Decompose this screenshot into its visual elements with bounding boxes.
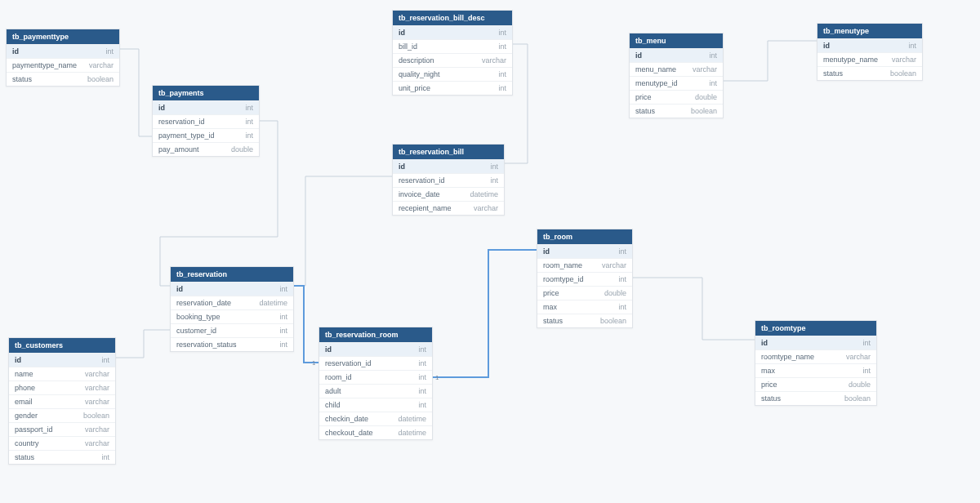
table-header[interactable]: tb_menu	[630, 33, 723, 48]
column-name: menutype_id	[635, 79, 678, 87]
column-name: paymenttype_name	[12, 61, 77, 69]
table-column[interactable]: idint	[817, 38, 922, 52]
table-menutype[interactable]: tb_menutypeidintmenutype_namevarcharstat…	[817, 23, 923, 81]
column-type: int	[862, 339, 871, 347]
table-column[interactable]: reservation_idint	[319, 356, 432, 370]
table-column[interactable]: quality_nightint	[393, 67, 512, 81]
table-column[interactable]: bill_idint	[393, 39, 512, 53]
table-header[interactable]: tb_menutype	[817, 24, 922, 38]
table-column[interactable]: countryvarchar	[9, 436, 115, 450]
column-name: reservation_id	[325, 359, 372, 367]
column-type: double	[695, 93, 717, 101]
table-column[interactable]: checkin_datedatetime	[319, 412, 432, 425]
table-column[interactable]: reservation_idint	[153, 114, 259, 128]
table-column[interactable]: namevarchar	[9, 367, 115, 381]
table-column[interactable]: pay_amountdouble	[153, 142, 259, 156]
table-header[interactable]: tb_customers	[9, 338, 115, 353]
table-column[interactable]: menu_namevarchar	[630, 62, 723, 76]
table-column[interactable]: reservation_statusint	[171, 337, 293, 351]
table-column[interactable]: idint	[9, 353, 115, 367]
table-column[interactable]: pricedouble	[630, 90, 723, 104]
column-type: int	[490, 162, 498, 171]
column-type: int	[618, 275, 626, 283]
table-column[interactable]: roomtype_namevarchar	[755, 349, 876, 363]
table-column[interactable]: roomtype_idint	[537, 272, 632, 286]
table-column[interactable]: idint	[393, 159, 504, 173]
table-header[interactable]: tb_reservation_bill	[393, 145, 504, 159]
table-column[interactable]: statusboolean	[537, 314, 632, 327]
table-column[interactable]: menutype_idint	[630, 76, 723, 90]
table-column[interactable]: maxint	[537, 300, 632, 314]
table-column[interactable]: invoice_datedatetime	[393, 187, 504, 201]
table-column[interactable]: idint	[7, 44, 119, 58]
table-column[interactable]: maxint	[755, 363, 876, 377]
table-column[interactable]: statusboolean	[817, 66, 922, 80]
column-name: menu_name	[635, 65, 676, 73]
table-column[interactable]: idint	[393, 25, 512, 39]
table-column[interactable]: idint	[319, 342, 432, 356]
table-header[interactable]: tb_payments	[153, 86, 259, 100]
table-column[interactable]: statusboolean	[7, 72, 119, 86]
table-reservation_bill_desc[interactable]: tb_reservation_bill_descidintbill_idintd…	[392, 10, 513, 96]
table-column[interactable]: statusint	[9, 450, 115, 464]
table-header[interactable]: tb_reservation_room	[319, 327, 432, 342]
column-type: boolean	[844, 394, 871, 403]
table-column[interactable]: statusboolean	[630, 104, 723, 118]
table-header[interactable]: tb_reservation_bill_desc	[393, 11, 512, 25]
column-name: status	[12, 75, 32, 83]
table-column[interactable]: idint	[755, 336, 876, 349]
table-column[interactable]: descriptionvarchar	[393, 53, 512, 67]
table-column[interactable]: payment_type_idint	[153, 128, 259, 142]
table-column[interactable]: statusboolean	[755, 391, 876, 405]
table-column[interactable]: idint	[630, 48, 723, 62]
table-column[interactable]: idint	[537, 244, 632, 258]
column-name: recepient_name	[399, 204, 452, 212]
table-column[interactable]: reservation_datedatetime	[171, 296, 293, 309]
table-reservation_room[interactable]: tb_reservation_roomidintreservation_idin…	[318, 327, 433, 440]
table-column[interactable]: recepient_namevarchar	[393, 201, 504, 215]
table-header[interactable]: tb_roomtype	[755, 321, 876, 336]
column-type: datetime	[398, 429, 426, 437]
table-column[interactable]: phonevarchar	[9, 381, 115, 394]
column-name: customer_id	[176, 327, 216, 335]
table-header[interactable]: tb_reservation	[171, 267, 293, 282]
table-column[interactable]: room_namevarchar	[537, 258, 632, 272]
column-name: id	[543, 247, 550, 256]
column-name: quality_night	[399, 70, 440, 78]
column-type: int	[498, 42, 506, 51]
column-type: int	[418, 359, 426, 367]
column-type: datetime	[470, 190, 498, 198]
table-payments[interactable]: tb_paymentsidintreservation_idintpayment…	[152, 85, 260, 157]
table-room[interactable]: tb_roomidintroom_namevarcharroomtype_idi…	[537, 229, 633, 328]
table-column[interactable]: idint	[171, 282, 293, 296]
table-column[interactable]: customer_idint	[171, 323, 293, 337]
table-column[interactable]: reservation_idint	[393, 173, 504, 187]
table-column[interactable]: emailvarchar	[9, 394, 115, 408]
column-type: int	[498, 70, 506, 78]
table-column[interactable]: pricedouble	[537, 286, 632, 300]
table-paymenttype[interactable]: tb_paymenttypeidintpaymenttype_namevarch…	[6, 29, 120, 87]
table-column[interactable]: childint	[319, 398, 432, 412]
table-menu[interactable]: tb_menuidintmenu_namevarcharmenutype_idi…	[629, 33, 724, 118]
table-column[interactable]: checkout_datedatetime	[319, 425, 432, 439]
table-column[interactable]: adultint	[319, 384, 432, 398]
column-name: room_name	[543, 261, 582, 269]
table-roomtype[interactable]: tb_roomtypeidintroomtype_namevarcharmaxi…	[755, 320, 877, 406]
table-column[interactable]: unit_priceint	[393, 81, 512, 95]
column-name: id	[635, 51, 642, 60]
table-reservation_bill[interactable]: tb_reservation_billidintreservation_idin…	[392, 144, 505, 216]
table-customers[interactable]: tb_customersidintnamevarcharphonevarchar…	[8, 337, 116, 465]
table-header[interactable]: tb_room	[537, 229, 632, 244]
table-column[interactable]: passport_idvarchar	[9, 422, 115, 436]
table-column[interactable]: room_idint	[319, 370, 432, 384]
table-column[interactable]: genderboolean	[9, 408, 115, 422]
table-header[interactable]: tb_paymenttype	[7, 29, 119, 44]
table-column[interactable]: pricedouble	[755, 377, 876, 391]
table-column[interactable]: paymenttype_namevarchar	[7, 58, 119, 72]
column-name: price	[543, 289, 559, 297]
table-column[interactable]: booking_typeint	[171, 309, 293, 323]
column-name: unit_price	[399, 84, 430, 92]
table-column[interactable]: idint	[153, 100, 259, 114]
table-reservation[interactable]: tb_reservationidintreservation_datedatet…	[170, 266, 294, 352]
table-column[interactable]: menutype_namevarchar	[817, 52, 922, 66]
